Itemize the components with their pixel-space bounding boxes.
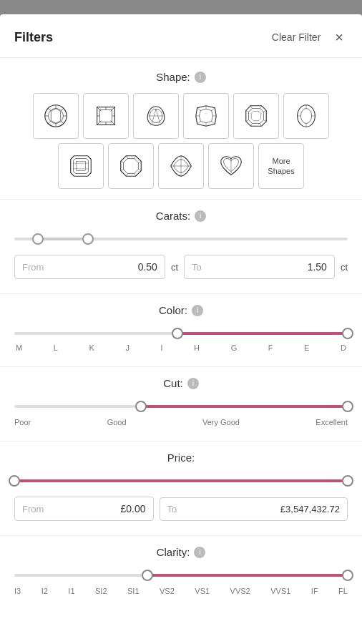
svg-line-26: [197, 122, 201, 125]
svg-marker-33: [249, 109, 264, 124]
price-to-box[interactable]: To £3,547,432.72: [160, 497, 348, 521]
carats-range-row: From 0.50 ct To 1.50 ct: [14, 255, 348, 279]
svg-line-27: [212, 122, 215, 125]
svg-line-25: [212, 108, 215, 111]
svg-line-14: [111, 107, 115, 112]
carats-label: Carats: i: [14, 210, 348, 222]
svg-marker-50: [74, 159, 89, 174]
price-slider[interactable]: [14, 474, 348, 488]
svg-marker-32: [246, 106, 267, 127]
shape-radiant[interactable]: [108, 143, 154, 189]
carats-from-box[interactable]: From 0.50: [14, 255, 165, 279]
color-label: Color: i: [14, 304, 348, 316]
price-thumb-left[interactable]: [9, 475, 20, 487]
svg-marker-54: [121, 156, 142, 177]
svg-line-63: [121, 161, 124, 162]
svg-line-22: [156, 109, 160, 124]
svg-line-56: [126, 156, 127, 159]
clarity-fill: [147, 574, 348, 577]
price-range-row: From £0.00 To £3,547,432.72: [14, 497, 348, 521]
shape-asscher[interactable]: [233, 93, 279, 139]
cut-slider[interactable]: [14, 399, 348, 414]
cut-label: Cut: i: [14, 377, 348, 389]
svg-marker-10: [51, 109, 60, 124]
svg-marker-55: [124, 159, 139, 174]
clarity-thumb-left[interactable]: [142, 570, 153, 581]
shape-cushion[interactable]: [183, 93, 229, 139]
svg-line-13: [97, 107, 102, 112]
shape-emerald[interactable]: [58, 143, 104, 189]
color-slider[interactable]: [14, 326, 348, 341]
price-section: Price: From £0.00 To £3,547,432.72: [0, 444, 362, 532]
clarity-info-icon[interactable]: i: [194, 547, 205, 558]
color-thumb-right[interactable]: [342, 328, 353, 339]
shape-oval[interactable]: [283, 93, 329, 139]
shape-marquise[interactable]: [158, 143, 204, 189]
header-actions: Clear Filter ×: [268, 27, 348, 47]
svg-rect-51: [76, 161, 85, 170]
carats-slider[interactable]: [14, 232, 348, 246]
clear-filter-button[interactable]: Clear Filter: [268, 29, 325, 46]
carats-thumb-left[interactable]: [32, 233, 44, 245]
svg-rect-12: [99, 109, 112, 122]
price-thumb-right[interactable]: [342, 475, 353, 487]
svg-line-39: [246, 120, 249, 122]
shape-round[interactable]: [33, 93, 79, 139]
cut-fill: [141, 405, 348, 408]
shape-label: Shape: i: [14, 71, 348, 83]
svg-line-58: [138, 161, 141, 162]
svg-line-16: [111, 121, 115, 125]
carats-to-box[interactable]: To 1.50: [184, 255, 335, 279]
svg-marker-49: [71, 156, 92, 177]
shape-pear[interactable]: [133, 93, 179, 139]
svg-line-24: [197, 108, 201, 111]
svg-line-61: [126, 173, 127, 176]
carats-thumb-right[interactable]: [82, 233, 94, 245]
shape-heart[interactable]: [208, 143, 254, 189]
panel-header: Filters Clear Filter ×: [0, 14, 362, 58]
svg-point-44: [300, 109, 311, 124]
svg-line-37: [246, 110, 249, 112]
svg-line-60: [134, 173, 136, 176]
color-fill: [177, 332, 348, 335]
price-fill: [14, 479, 348, 482]
svg-line-42: [260, 123, 262, 126]
more-shapes-button[interactable]: More Shapes: [258, 143, 304, 189]
clarity-thumb-right[interactable]: [342, 570, 353, 581]
svg-line-8: [61, 108, 64, 111]
cut-track: [14, 405, 348, 408]
price-from-box[interactable]: From £0.00: [14, 497, 154, 521]
clarity-labels: I3 I2 I1 SI2 SI1 VS2 VS1 VVS2 VVS1 IF FL: [14, 587, 348, 595]
shape-info-icon[interactable]: i: [195, 72, 206, 83]
clarity-slider[interactable]: [14, 568, 348, 582]
panel-title: Filters: [14, 30, 53, 45]
svg-line-35: [250, 106, 252, 109]
color-thumb-left[interactable]: [172, 328, 183, 339]
svg-line-41: [250, 123, 252, 126]
svg-line-15: [97, 121, 102, 125]
svg-line-6: [48, 108, 51, 111]
carats-fill: [38, 238, 88, 240]
svg-line-40: [263, 120, 266, 122]
color-track: [14, 332, 348, 335]
svg-marker-34: [251, 111, 260, 120]
svg-line-7: [61, 121, 64, 124]
svg-line-36: [260, 106, 262, 109]
color-labels: M L K J I H G F E D: [14, 343, 348, 352]
svg-line-38: [263, 110, 266, 112]
close-button[interactable]: ×: [331, 27, 348, 47]
carats-info-icon[interactable]: i: [195, 210, 206, 222]
filters-panel: Filters Clear Filter × Shape: i: [0, 14, 362, 644]
svg-line-62: [121, 170, 124, 171]
shape-princess[interactable]: [83, 93, 129, 139]
clarity-track: [14, 574, 348, 577]
cut-info-icon[interactable]: i: [187, 378, 199, 389]
cut-thumb-left[interactable]: [135, 401, 147, 412]
svg-line-57: [134, 156, 136, 159]
clarity-label: Clarity: i: [14, 546, 348, 558]
cut-labels: Poor Good Very Good Excellent: [14, 418, 348, 426]
color-info-icon[interactable]: i: [192, 305, 203, 316]
carats-track: [14, 238, 348, 240]
cut-thumb-right[interactable]: [342, 401, 353, 412]
price-track: [14, 479, 348, 482]
